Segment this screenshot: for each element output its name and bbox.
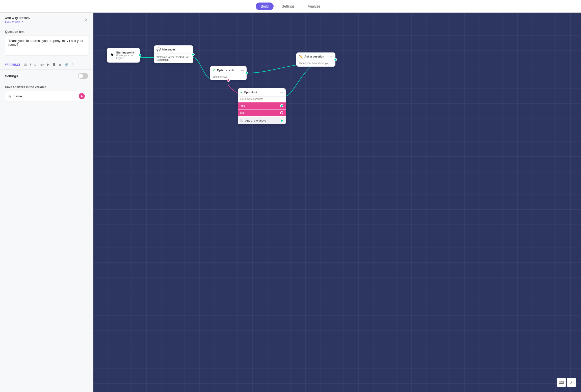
panel-title: ASK A QUESTION xyxy=(5,17,31,20)
messages-text: Welcome to your trusted Car Dealership! xyxy=(156,56,191,61)
option-yes[interactable]: Yes xyxy=(238,102,286,109)
external-link-icon: ↗ xyxy=(21,20,23,24)
opt-check-menu-button[interactable]: ··· xyxy=(241,68,244,72)
info-icon: ⓘ xyxy=(240,118,243,123)
opt-in-out-menu-button[interactable]: ··· xyxy=(280,90,283,94)
ask-q-header: ✏️ Ask a question ··· xyxy=(296,52,335,61)
opt-in-out-title: Opt-in/out xyxy=(244,91,257,94)
variable-name: name xyxy=(14,94,77,98)
settings-label: Settings xyxy=(5,74,18,78)
close-panel-button[interactable]: × xyxy=(84,17,88,23)
opt-check-header: ✓ Opt-in check ··· xyxy=(210,66,247,74)
question-textarea[interactable]: Thank you! To address you properly, may … xyxy=(5,36,88,56)
messages-title: Messages xyxy=(162,48,176,51)
node-messages[interactable]: 💬 Messages ··· Welcome to your trusted C… xyxy=(154,45,193,63)
starting-node-header: ⚑ Starting point Where your bot begins xyxy=(110,51,137,60)
settings-toggle[interactable] xyxy=(78,73,88,79)
ask-q-menu-button[interactable]: ··· xyxy=(330,54,333,59)
nav-tabs: Build › Settings › Analyze xyxy=(256,3,325,10)
code-button[interactable]: </> xyxy=(39,63,45,67)
any-output-dot xyxy=(280,119,283,122)
node-opt-check[interactable]: ✓ Opt-in check ··· Split the flow xyxy=(210,66,247,80)
opt-check-right-dot xyxy=(245,72,248,75)
opt-in-out-header: ● Opt-in/out ··· xyxy=(238,88,286,97)
messages-menu-button[interactable]: ··· xyxy=(188,47,191,51)
messages-body: Welcome to your trusted Car Dealership! xyxy=(154,54,193,63)
quote-button[interactable]: " xyxy=(70,62,74,67)
no-output-dot xyxy=(280,111,283,114)
italic-button[interactable]: I xyxy=(29,62,32,67)
ask-q-output-dot xyxy=(334,58,337,61)
chat-icon: 💬 xyxy=(156,47,161,51)
panel-header: ASK A QUESTION How to use ↗ × xyxy=(0,13,93,27)
canvas-controls: ⌨ ⤢ xyxy=(557,378,576,387)
nav-sep-1: › xyxy=(275,5,276,8)
left-panel: ASK A QUESTION How to use ↗ × Question t… xyxy=(0,13,93,392)
save-answers-section: Save answers in the variable @ name A xyxy=(0,82,93,104)
heading-button[interactable]: H xyxy=(46,62,51,67)
canvas-grid xyxy=(93,13,581,392)
variables-label: VARIABLES xyxy=(5,63,21,66)
opt-check-bottom-dot xyxy=(227,79,230,82)
starting-point-title: Starting point xyxy=(116,51,137,54)
nav-sep-2: › xyxy=(301,5,302,8)
tab-analyze[interactable]: Analyze xyxy=(303,3,325,10)
link-button[interactable]: 🔗 xyxy=(63,62,70,67)
option-no[interactable]: No xyxy=(238,109,286,116)
whatsapp-icon: ✓ xyxy=(213,68,216,72)
expand-canvas-button[interactable]: ⤢ xyxy=(567,378,576,387)
opt-check-title: Opt-in check xyxy=(217,69,234,72)
question-label: Question text xyxy=(5,30,88,34)
starting-point-subtitle: Where your bot begins xyxy=(116,54,137,60)
save-answers-label: Save answers in the variable xyxy=(5,85,88,89)
flow-canvas[interactable]: ⚑ Starting point Where your bot begins 💬… xyxy=(93,13,581,392)
ol-button[interactable]: ≣ xyxy=(57,62,63,67)
formatting-toolbar: VARIABLES B I ☺ </> H ☰ ≣ 🔗 " xyxy=(0,60,93,70)
keyboard-shortcut-button[interactable]: ⌨ xyxy=(557,378,566,387)
user-avatar: A xyxy=(79,93,85,99)
emoji-button[interactable]: ☺ xyxy=(33,62,38,67)
starting-point-output-dot xyxy=(138,54,141,57)
node-ask-question[interactable]: ✏️ Ask a question ··· Thank you! To addr… xyxy=(296,52,335,67)
messages-node-header: 💬 Messages ··· xyxy=(154,45,193,54)
tab-build[interactable]: Build xyxy=(256,3,274,10)
ask-q-body: Thank you! To address you... xyxy=(296,61,335,67)
node-starting-point[interactable]: ⚑ Starting point Where your bot begins xyxy=(107,48,140,63)
node-opt-in-out[interactable]: ● Opt-in/out ··· Get new subscribers Yes… xyxy=(238,88,286,124)
opt-in-out-subtitle: Get new subscribers xyxy=(238,97,286,102)
top-nav: Build › Settings › Analyze xyxy=(0,0,581,13)
option-any[interactable]: ⓘ Any of the above xyxy=(238,117,286,124)
messages-output-dot xyxy=(192,53,195,56)
question-section: Question text Thank you! To address you … xyxy=(0,27,93,60)
opt-in-out-options: Yes No ⓘ Any of the above xyxy=(238,102,286,124)
panel-title-area: ASK A QUESTION How to use ↗ xyxy=(5,17,31,24)
main-layout: ASK A QUESTION How to use ↗ × Question t… xyxy=(0,13,581,392)
settings-section: Settings xyxy=(0,70,93,82)
flag-icon: ⚑ xyxy=(110,52,114,58)
tab-settings[interactable]: Settings xyxy=(277,3,300,10)
how-to-use-link[interactable]: How to use ↗ xyxy=(5,20,31,24)
ul-button[interactable]: ☰ xyxy=(51,62,57,67)
pencil-icon: ✏️ xyxy=(299,55,303,59)
bold-button[interactable]: B xyxy=(23,62,28,67)
variable-input[interactable]: @ name A xyxy=(5,91,88,101)
yes-output-dot xyxy=(280,104,283,107)
whatsapp-icon-2: ● xyxy=(240,90,242,94)
ask-q-title: Ask a question xyxy=(304,55,324,58)
at-sign: @ xyxy=(8,94,12,98)
